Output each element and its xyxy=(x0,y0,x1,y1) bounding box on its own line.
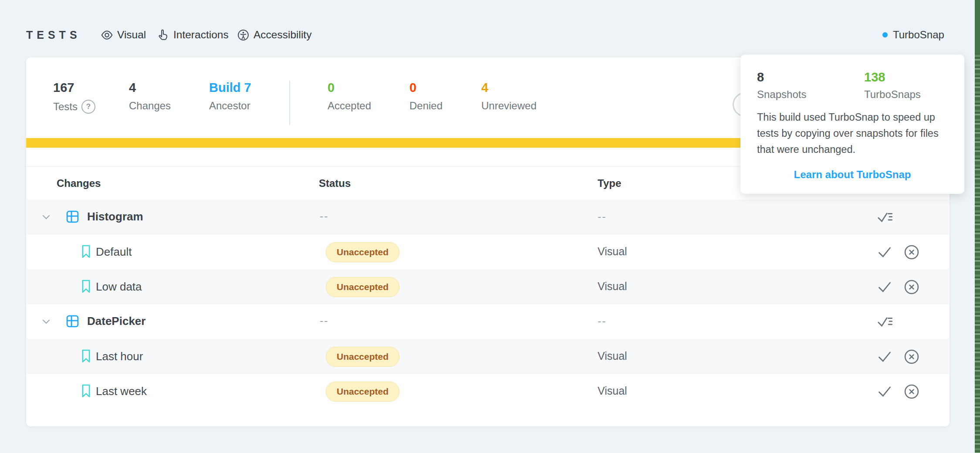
tests-count: 167 xyxy=(53,81,95,94)
table-row-story: Low data Unaccepted Visual xyxy=(26,269,950,304)
accept-check-icon[interactable] xyxy=(876,244,893,260)
changes-label: Changes xyxy=(129,100,171,112)
changes-count: 4 xyxy=(129,81,171,94)
accept-check-icon[interactable] xyxy=(876,348,893,365)
component-name[interactable]: Histogram xyxy=(87,210,143,223)
bookmark-icon xyxy=(81,349,91,365)
column-header-type: Type xyxy=(598,177,621,189)
table-row-story: Last week Unaccepted Visual xyxy=(26,374,950,409)
chevron-down-icon[interactable] xyxy=(41,316,52,329)
type-value: -- xyxy=(598,315,607,328)
right-edge-content-sliver xyxy=(975,0,980,453)
bookmark-icon xyxy=(81,384,91,399)
batch-accept-icon[interactable] xyxy=(876,314,893,330)
table-row-component: Histogram -- -- xyxy=(26,199,950,234)
unreviewed-count: 4 xyxy=(481,81,537,94)
type-value: -- xyxy=(598,210,607,223)
tab-label: Accessibility xyxy=(253,29,311,41)
turbosnap-description: This build used TurboSnap to speed up te… xyxy=(757,109,951,158)
turbosnaps-label: TurboSnaps xyxy=(864,88,921,101)
test-rows: Histogram -- -- Default Unaccepted Visua… xyxy=(26,199,950,409)
status-badge: Unaccepted xyxy=(326,382,399,402)
help-icon[interactable]: ? xyxy=(81,100,95,114)
stat-denied: 0 Denied xyxy=(409,81,443,112)
batch-accept-icon[interactable] xyxy=(876,209,893,226)
accepted-label: Accepted xyxy=(328,100,371,112)
component-grid-icon xyxy=(65,314,80,330)
tab-interactions[interactable]: Interactions xyxy=(157,26,229,44)
bookmark-icon xyxy=(81,280,91,295)
page-title: TESTS xyxy=(26,29,81,41)
tab-label: Interactions xyxy=(173,29,229,41)
accessibility-icon xyxy=(237,29,249,41)
snapshots-count: 8 xyxy=(757,70,764,85)
tests-label: Tests xyxy=(53,101,78,113)
status-badge: Unaccepted xyxy=(326,347,399,367)
accepted-count: 0 xyxy=(328,81,371,94)
unreviewed-label: Unreviewed xyxy=(481,100,537,112)
ancestor-build-link[interactable]: Build 7 xyxy=(209,81,251,94)
stat-accepted: 0 Accepted xyxy=(328,81,371,112)
status-badge: Unaccepted xyxy=(326,242,399,262)
type-value: Visual xyxy=(598,350,627,362)
turbosnap-dot-icon xyxy=(882,32,888,37)
table-row-component: DatePicker -- -- xyxy=(26,304,950,339)
status-value: -- xyxy=(320,314,329,327)
tab-visual[interactable]: Visual xyxy=(101,26,146,44)
type-value: Visual xyxy=(598,245,627,258)
stat-ancestor-build: Build 7 Ancestor xyxy=(209,81,251,112)
stat-changes: 4 Changes xyxy=(129,81,171,112)
page: TESTS Visual Interactions xyxy=(0,0,980,453)
stats-divider xyxy=(289,81,290,125)
snapshots-label: Snapshots xyxy=(757,88,806,101)
denied-count: 0 xyxy=(409,81,443,94)
deny-x-circle-icon[interactable] xyxy=(903,348,920,365)
type-value: Visual xyxy=(598,385,627,397)
bookmark-icon xyxy=(81,245,91,260)
chevron-down-icon[interactable] xyxy=(41,211,52,224)
status-badge: Unaccepted xyxy=(326,277,399,297)
deny-x-circle-icon[interactable] xyxy=(903,279,920,295)
turbosnaps-count: 138 xyxy=(864,70,885,85)
status-value: -- xyxy=(320,210,329,223)
top-bar: TESTS Visual Interactions xyxy=(0,0,980,52)
story-name[interactable]: Default xyxy=(96,245,132,259)
table-row-story: Default Unaccepted Visual xyxy=(26,234,950,269)
deny-x-circle-icon[interactable] xyxy=(903,383,920,400)
tab-label: Visual xyxy=(117,29,146,41)
turbosnap-toggle[interactable]: TurboSnap xyxy=(882,26,944,44)
denied-label: Denied xyxy=(409,100,443,112)
ancestor-label: Ancestor xyxy=(209,100,250,112)
table-row-story: Last hour Unaccepted Visual xyxy=(26,339,950,374)
deny-x-circle-icon[interactable] xyxy=(903,244,920,260)
turbosnap-popover: 8 Snapshots 138 TurboSnaps This build us… xyxy=(740,54,964,194)
type-value: Visual xyxy=(598,280,627,293)
stat-tests: 167 Tests ? xyxy=(53,81,95,114)
eye-icon xyxy=(101,29,113,41)
accept-check-icon[interactable] xyxy=(876,279,893,295)
component-name[interactable]: DatePicker xyxy=(87,314,145,328)
component-grid-icon xyxy=(65,210,80,226)
accept-check-icon[interactable] xyxy=(876,383,893,400)
learn-about-turbosnap-link[interactable]: Learn about TurboSnap xyxy=(740,169,964,181)
column-header-status: Status xyxy=(319,177,351,189)
column-header-changes: Changes xyxy=(57,177,101,189)
story-name[interactable]: Last hour xyxy=(96,350,143,363)
pointer-hand-icon xyxy=(157,29,169,41)
stat-unreviewed: 4 Unreviewed xyxy=(481,81,537,112)
story-name[interactable]: Last week xyxy=(96,385,147,398)
turbosnap-label: TurboSnap xyxy=(893,29,944,41)
tab-accessibility[interactable]: Accessibility xyxy=(237,26,311,44)
story-name[interactable]: Low data xyxy=(96,280,142,294)
